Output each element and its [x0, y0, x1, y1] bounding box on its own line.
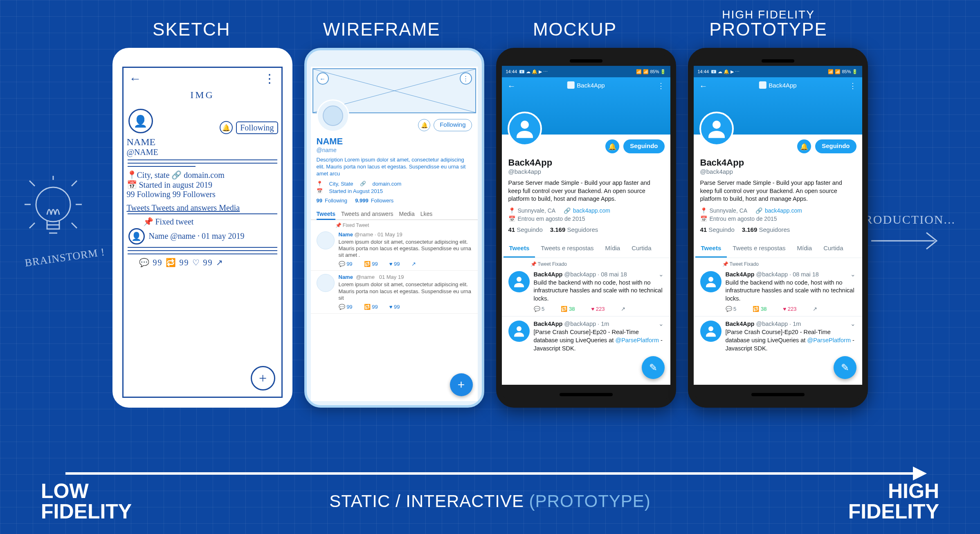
retweet-icon[interactable]: 🔁 38 — [561, 306, 575, 312]
compose-fab[interactable]: + — [251, 366, 275, 390]
tweet-caret-icon[interactable]: ⌄ — [850, 271, 856, 278]
tweet-caret-icon[interactable]: ⌄ — [659, 271, 664, 278]
mention-link[interactable]: @ParsePlatform — [807, 337, 851, 343]
back-icon[interactable]: ← — [129, 72, 142, 85]
sketch-tabs[interactable]: Tweets Tweets and answers Media — [127, 203, 278, 213]
tweet-avatar-icon[interactable] — [700, 321, 722, 342]
wire-following-count[interactable]: 99 — [317, 197, 322, 204]
tweet-caret-icon[interactable]: ⌄ — [850, 321, 856, 327]
tweet-avatar-icon[interactable] — [508, 271, 530, 292]
profile-location: Sunnyvale, CA — [710, 207, 748, 214]
like-icon[interactable]: ♥ 223 — [783, 306, 796, 312]
tweet-avatar-icon[interactable] — [508, 321, 530, 342]
wire-tweet-2[interactable]: Name @name 01 May 19 Lorem ipsum dolor s… — [311, 271, 478, 314]
tweet-stats[interactable]: 💬 99 🔁 99 ♥ 99 ↗ — [339, 261, 472, 267]
more-icon[interactable]: ⋮ — [849, 81, 856, 90]
like-icon[interactable]: ♥ 223 — [591, 306, 605, 312]
tab-media[interactable]: Mídia — [791, 240, 818, 258]
avatar-icon[interactable] — [699, 112, 734, 146]
tab-tweets[interactable]: Tweets — [317, 211, 335, 220]
tab-likes[interactable]: Lkes — [420, 211, 433, 217]
tweet-avatar-icon[interactable] — [700, 271, 722, 292]
back-icon[interactable]: ← — [508, 81, 516, 91]
compose-fab[interactable]: ✎ — [834, 356, 856, 379]
sketch-location: 📍City, state 🔗 domain.com — [127, 170, 278, 180]
tweet-avatar-icon[interactable] — [317, 231, 335, 249]
reply-icon[interactable]: 💬 5 — [534, 306, 545, 312]
more-icon[interactable]: ⋮ — [263, 71, 276, 85]
tab-likes[interactable]: Curtida — [626, 240, 657, 258]
mention-link[interactable]: @ParsePlatform — [615, 337, 659, 343]
follow-button[interactable]: Seguindo — [815, 139, 856, 153]
tab-media[interactable]: Mídia — [599, 240, 626, 258]
location-icon: 📍 — [700, 207, 707, 214]
wire-followers-count[interactable]: 9.999 — [355, 197, 369, 204]
like-icon[interactable]: ♥ 99 — [389, 304, 400, 310]
back-icon[interactable]: ← — [317, 72, 329, 85]
followers-stat[interactable]: 3.169 Seguidores — [550, 226, 598, 233]
tweet-1[interactable]: Back4App @back4app · 08 mai 18 ⌄ Build t… — [694, 267, 862, 317]
reply-icon[interactable]: 💬 99 — [339, 304, 353, 310]
tab-likes[interactable]: Curtida — [818, 240, 849, 258]
following-stat[interactable]: 41 Seguindo — [508, 226, 543, 233]
tweet-avatar-icon[interactable]: 👤 — [128, 228, 145, 245]
followers-stat[interactable]: 3.169 Seguidores — [742, 226, 790, 233]
more-icon[interactable]: ⋮ — [657, 81, 665, 90]
bell-icon[interactable]: 🔔 — [220, 121, 233, 134]
follow-button[interactable]: Following — [236, 121, 278, 134]
tab-replies[interactable]: Tweets e respostas — [727, 240, 791, 258]
tweet-2[interactable]: Back4App @back4app · 1m ⌄ [Parse Crash C… — [502, 316, 670, 358]
follow-button[interactable]: Seguindo — [623, 139, 664, 153]
prototype-phone: 14:44 📧 ☁ 🔔 ▶ ⋯ 📶 📶 85% 🔋 ← Back4App ⋮ 🔔… — [688, 48, 868, 408]
status-icons-left: 📧 ☁ 🔔 ▶ ⋯ — [519, 69, 548, 74]
tab-replies[interactable]: Tweets e respostas — [535, 240, 599, 258]
tweet-1[interactable]: Back4App @back4app · 08 mai 18 ⌄ Build t… — [502, 267, 670, 317]
share-icon[interactable]: ↗ — [621, 306, 625, 312]
svg-point-14 — [517, 326, 521, 331]
tweet-stats[interactable]: 💬 99 🔁 99 ♥ 99 — [339, 304, 472, 310]
profile-link[interactable]: back4app.com — [765, 207, 802, 214]
profile-link[interactable]: back4app.com — [573, 207, 610, 214]
compose-fab[interactable]: ✎ — [642, 356, 665, 379]
tab-media[interactable]: Media — [399, 211, 415, 217]
wire-tabs[interactable]: Tweets Tweets and answers Media Lkes — [311, 207, 478, 220]
tab-answers[interactable]: Tweets and answers — [341, 211, 393, 217]
tweet-avatar-icon[interactable] — [317, 274, 335, 292]
avatar-icon[interactable] — [317, 99, 349, 132]
back-icon[interactable]: ← — [699, 81, 708, 91]
tab-tweets[interactable]: Tweets — [695, 240, 727, 258]
sketch-tweet-stats[interactable]: 💬 99 🔁 99 ♡ 99 ↗ — [127, 258, 278, 267]
compose-fab[interactable]: + — [450, 373, 473, 396]
like-icon[interactable]: ♥ 99 — [389, 261, 400, 267]
reply-icon[interactable]: 💬 5 — [726, 306, 737, 312]
avatar-icon[interactable]: 👤 — [128, 109, 153, 133]
avatar-icon[interactable] — [508, 112, 542, 146]
more-icon[interactable]: ⋮ — [460, 72, 472, 85]
retweet-icon[interactable]: 🔁 99 — [364, 261, 378, 267]
calendar-icon: 📅 — [317, 188, 323, 194]
tweet-stats[interactable]: 💬 5 🔁 38 ♥ 223 ↗ — [726, 306, 856, 312]
wire-tweet-1[interactable]: Name @name · 01 May 19 Lorem ipsum dolor… — [311, 228, 478, 271]
retweet-icon[interactable]: 🔁 38 — [753, 306, 766, 312]
profile-tabs[interactable]: Tweets Tweets e respostas Mídia Curtida — [502, 240, 670, 258]
tweet-2[interactable]: Back4App @back4app · 1m ⌄ [Parse Crash C… — [694, 316, 862, 358]
tweet-stats[interactable]: 💬 5 🔁 38 ♥ 223 ↗ — [534, 306, 664, 312]
calendar-icon: 📅 — [508, 215, 515, 222]
bell-icon[interactable]: 🔔 — [418, 119, 430, 131]
profile-tabs[interactable]: Tweets Tweets e respostas Mídia Curtida — [694, 240, 862, 258]
wire-domain[interactable]: domain.com — [373, 181, 402, 187]
bell-icon[interactable]: 🔔 — [797, 139, 811, 153]
tab-tweets[interactable]: Tweets — [503, 240, 535, 258]
wire-fixed-label: 📌 Fixed Tweet — [311, 220, 478, 228]
following-stat[interactable]: 41 Seguindo — [700, 226, 735, 233]
bell-icon[interactable]: 🔔 — [605, 139, 619, 153]
svg-line-7 — [72, 181, 77, 186]
share-icon[interactable]: ↗ — [411, 261, 416, 267]
svg-point-12 — [521, 121, 529, 129]
follow-button[interactable]: Following — [434, 119, 472, 131]
tweet-caret-icon[interactable]: ⌄ — [659, 321, 664, 327]
share-icon[interactable]: ↗ — [813, 306, 817, 312]
sketch-tweet-meta: Name @name · 01 may 2019 — [149, 228, 278, 245]
reply-icon[interactable]: 💬 99 — [339, 261, 353, 267]
retweet-icon[interactable]: 🔁 99 — [364, 304, 378, 310]
